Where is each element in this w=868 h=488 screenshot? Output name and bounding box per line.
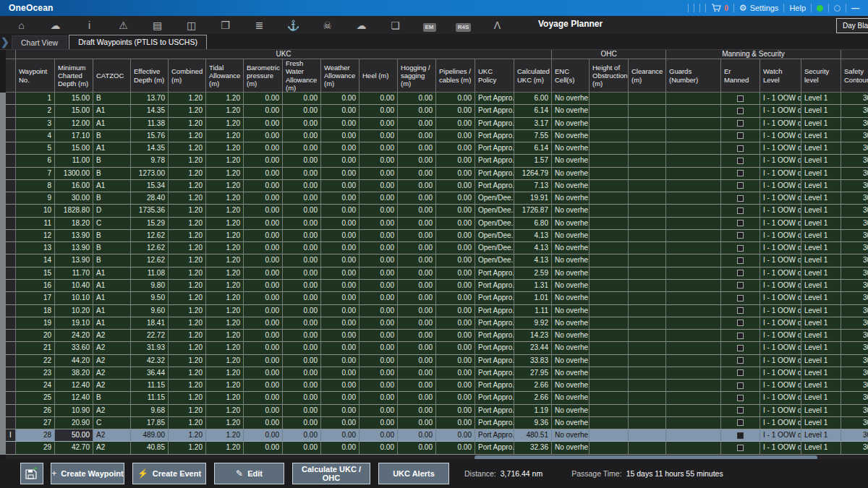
cell-fresh-water-allowance[interactable]: 0.00 xyxy=(283,305,321,317)
cell-guards-number[interactable] xyxy=(666,355,721,367)
cell-waypoint-no[interactable]: 7 xyxy=(16,168,55,180)
cell-ukc-policy[interactable]: Port Appro... xyxy=(475,442,514,454)
cell-fresh-water-allowance[interactable]: 0.00 xyxy=(283,342,321,354)
cell-weather-allowance[interactable]: 0.00 xyxy=(321,405,359,417)
cell-tidal-allowance[interactable]: 1.20 xyxy=(206,93,244,105)
cell-fresh-water-allowance[interactable]: 0.00 xyxy=(283,405,321,417)
cell-barometric-pressure[interactable]: 0.00 xyxy=(244,218,283,230)
cell-ukc-policy[interactable]: Port Appro... xyxy=(475,105,514,117)
cell-waypoint-no[interactable]: 14 xyxy=(16,254,55,267)
cell-watch-level[interactable]: I - 1 OOW on xyxy=(760,417,801,429)
edit-button[interactable]: ✎Edit xyxy=(214,463,284,484)
cell-weather-allowance[interactable]: 0.00 xyxy=(321,342,359,354)
cell-waypoint-no[interactable]: 12 xyxy=(16,230,55,242)
cell-row-indicator[interactable]: I xyxy=(6,429,16,442)
waypoint-row-14[interactable]: 1413.90B12.621.201.200.000.000.000.000.0… xyxy=(6,254,868,267)
cell-guards-number[interactable] xyxy=(666,105,721,117)
cell-calculated-ukc[interactable]: 3.17 xyxy=(514,118,552,130)
cell-weather-allowance[interactable]: 0.00 xyxy=(321,280,359,292)
cell-ukc-policy[interactable]: Port Appro... xyxy=(475,405,514,417)
cell-clearance[interactable] xyxy=(629,130,666,142)
cell-row-indicator[interactable] xyxy=(6,93,16,105)
cell-row-indicator[interactable] xyxy=(6,118,16,130)
cell-hogging-sagging[interactable]: 0.00 xyxy=(398,330,436,342)
cell-hogging-sagging[interactable]: 0.00 xyxy=(398,367,436,380)
cell-security-level[interactable]: Level 1 xyxy=(801,367,841,380)
cell-ukc-policy[interactable]: Port Appro... xyxy=(475,168,514,180)
cell-fresh-water-allowance[interactable]: 0.00 xyxy=(283,242,321,254)
cell-row-indicator[interactable] xyxy=(6,442,16,454)
cell-waypoint-no[interactable]: 27 xyxy=(16,417,55,429)
cell-barometric-pressure[interactable]: 0.00 xyxy=(244,429,283,442)
cell-effective-depth[interactable]: 12.62 xyxy=(131,254,169,267)
cell-weather-allowance[interactable]: 0.00 xyxy=(321,254,359,267)
cell-waypoint-no[interactable]: 21 xyxy=(16,342,55,354)
cell-row-indicator[interactable] xyxy=(6,205,16,217)
er-manned-checkbox[interactable] xyxy=(737,270,744,276)
waypoint-row-7[interactable]: 71300.00B1273.001.201.200.000.000.000.00… xyxy=(6,168,868,180)
cell-safety-contour[interactable]: 30.00 xyxy=(841,205,868,217)
cell-hogging-sagging[interactable]: 0.00 xyxy=(398,218,436,230)
cell-security-level[interactable]: Level 1 xyxy=(801,355,841,367)
cell-calculated-ukc[interactable]: 14.23 xyxy=(514,330,552,342)
cell-fresh-water-allowance[interactable]: 0.00 xyxy=(283,429,321,442)
cell-pipelines-cables[interactable]: 0.00 xyxy=(436,142,475,155)
cell-height-of-obstruction[interactable] xyxy=(590,93,629,105)
cell-tidal-allowance[interactable]: 1.20 xyxy=(206,192,244,205)
cell-catzoc[interactable]: B xyxy=(93,93,131,105)
cell-weather-allowance[interactable]: 0.00 xyxy=(321,355,359,367)
cell-effective-depth[interactable]: 1735.36 xyxy=(131,205,169,217)
cell-security-level[interactable]: Level 1 xyxy=(801,180,841,192)
cell-calculated-ukc[interactable]: 1.11 xyxy=(514,305,552,317)
cell-safety-contour[interactable]: 30.00 xyxy=(841,417,868,429)
er-manned-checkbox[interactable] xyxy=(737,132,744,139)
cell-combined[interactable]: 1.20 xyxy=(169,168,206,180)
cell-combined[interactable]: 1.20 xyxy=(169,254,206,267)
cell-enc-cells[interactable]: No overhe... xyxy=(552,342,590,354)
cell-enc-cells[interactable]: No overhe... xyxy=(552,205,590,217)
cell-min-charted-depth[interactable]: 42.70 xyxy=(55,442,93,454)
cell-min-charted-depth[interactable]: 10.90 xyxy=(55,405,93,417)
cell-barometric-pressure[interactable]: 0.00 xyxy=(244,292,283,304)
cell-fresh-water-allowance[interactable]: 0.00 xyxy=(283,392,321,404)
cell-combined[interactable]: 1.20 xyxy=(169,330,206,342)
cell-safety-contour[interactable]: 30.00 xyxy=(841,380,868,392)
cell-barometric-pressure[interactable]: 0.00 xyxy=(244,242,283,254)
cell-weather-allowance[interactable]: 0.00 xyxy=(321,392,359,404)
cell-min-charted-depth[interactable]: 12.00 xyxy=(55,118,93,130)
cell-row-indicator[interactable] xyxy=(6,105,16,117)
cell-waypoint-no[interactable]: 8 xyxy=(16,180,55,192)
cell-min-charted-depth[interactable]: 18.20 xyxy=(55,218,93,230)
cell-guards-number[interactable] xyxy=(666,155,721,167)
cell-weather-allowance[interactable]: 0.00 xyxy=(321,305,359,317)
cell-row-indicator[interactable] xyxy=(6,367,16,380)
cell-safety-contour[interactable]: 30.00 xyxy=(841,254,868,267)
cell-security-level[interactable]: Level 1 xyxy=(801,267,841,280)
cell-min-charted-depth[interactable]: 17.10 xyxy=(55,130,93,142)
cell-row-indicator[interactable] xyxy=(6,392,16,404)
cell-pipelines-cables[interactable]: 0.00 xyxy=(436,442,475,454)
cell-pipelines-cables[interactable]: 0.00 xyxy=(436,392,475,404)
cell-clearance[interactable] xyxy=(629,168,666,180)
waypoint-row-11[interactable]: 1118.20C15.291.201.200.000.000.000.000.0… xyxy=(6,218,868,230)
cell-hogging-sagging[interactable]: 0.00 xyxy=(398,280,436,292)
cell-clearance[interactable] xyxy=(629,205,666,217)
cell-height-of-obstruction[interactable] xyxy=(590,118,629,130)
er-manned-checkbox[interactable] xyxy=(737,145,744,152)
cell-fresh-water-allowance[interactable]: 0.00 xyxy=(283,280,321,292)
cell-er-manned[interactable] xyxy=(721,280,760,292)
cell-barometric-pressure[interactable]: 0.00 xyxy=(244,442,283,454)
cell-er-manned[interactable] xyxy=(721,105,760,117)
cell-ukc-policy[interactable]: Open/Dee... xyxy=(475,205,514,217)
cell-safety-contour[interactable]: 30.00 xyxy=(841,118,868,130)
cell-barometric-pressure[interactable]: 0.00 xyxy=(244,192,283,205)
cell-tidal-allowance[interactable]: 1.20 xyxy=(206,280,244,292)
cell-effective-depth[interactable]: 9.78 xyxy=(131,155,169,167)
cell-hogging-sagging[interactable]: 0.00 xyxy=(398,342,436,354)
cell-enc-cells[interactable]: No overhe... xyxy=(552,317,590,330)
cell-waypoint-no[interactable]: 10 xyxy=(16,205,55,217)
er-manned-checkbox[interactable] xyxy=(737,407,744,414)
cell-catzoc[interactable]: C xyxy=(93,218,131,230)
cell-clearance[interactable] xyxy=(629,180,666,192)
cell-guards-number[interactable] xyxy=(666,142,721,155)
